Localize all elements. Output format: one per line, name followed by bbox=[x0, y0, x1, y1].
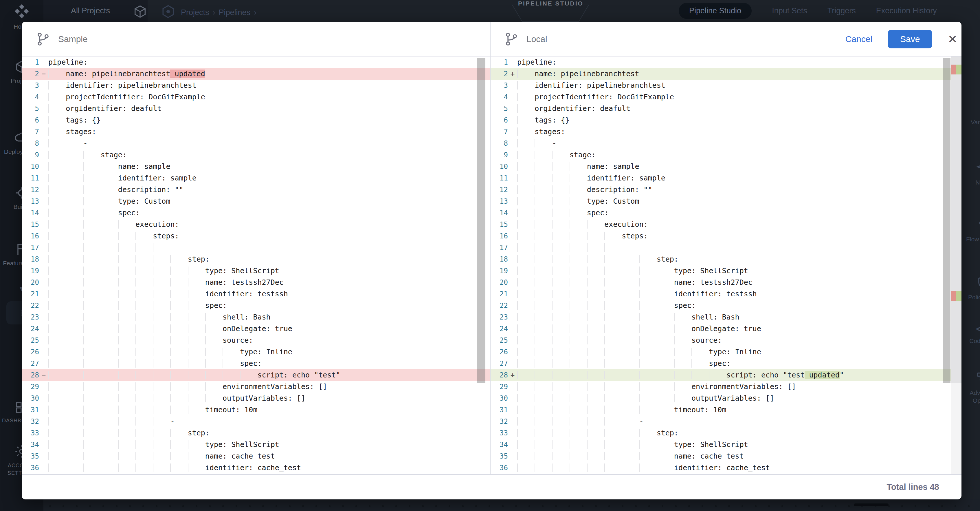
indent-guides bbox=[517, 324, 692, 333]
diff-marker bbox=[39, 91, 48, 103]
diff-marker bbox=[39, 56, 48, 68]
indent-guides bbox=[48, 313, 223, 321]
line-number: 7 bbox=[491, 126, 508, 137]
diff-marker bbox=[508, 196, 517, 207]
indent-guides bbox=[48, 394, 223, 402]
code-line: - bbox=[517, 137, 556, 149]
line-number: 29 bbox=[491, 381, 508, 393]
diff-marker bbox=[508, 161, 517, 172]
diff-row: 2+ name: pipelinebranchtest bbox=[491, 68, 961, 80]
indent-guides bbox=[48, 371, 257, 379]
indent-guides bbox=[517, 406, 674, 414]
diff-row: 1pipeline: bbox=[491, 56, 961, 68]
line-number: 9 bbox=[22, 149, 39, 161]
diff-marker bbox=[508, 254, 517, 265]
line-number: 14 bbox=[491, 207, 508, 219]
indent-guides bbox=[517, 382, 692, 391]
diff-marker bbox=[508, 450, 517, 462]
diff-marker bbox=[508, 439, 517, 450]
line-number: 19 bbox=[22, 265, 39, 277]
line-number: 9 bbox=[491, 149, 508, 161]
indent-guides bbox=[517, 452, 674, 460]
indent-guides bbox=[48, 278, 205, 286]
code-line: - bbox=[48, 137, 88, 149]
code-line: step: bbox=[517, 254, 678, 265]
indent-guides bbox=[517, 463, 674, 472]
line-number: 20 bbox=[22, 277, 39, 288]
indent-guides bbox=[517, 232, 622, 240]
code-line: environmentVariables: [] bbox=[517, 381, 796, 393]
code-line: projectIdentifier: DocGitExample bbox=[48, 91, 205, 103]
indent-guides bbox=[517, 394, 692, 402]
indent-guides bbox=[517, 278, 674, 286]
diff-marker bbox=[39, 358, 48, 369]
code-line: name: testssh27Dec bbox=[48, 277, 284, 288]
line-number: 11 bbox=[22, 172, 39, 184]
right-editor-scrollbar[interactable] bbox=[943, 57, 950, 383]
diff-marker bbox=[508, 230, 517, 242]
diff-marker bbox=[508, 265, 517, 277]
line-number: 14 bbox=[22, 207, 39, 219]
cancel-button[interactable]: Cancel bbox=[845, 34, 872, 44]
diff-marker bbox=[39, 416, 48, 427]
code-line: identifier: sample bbox=[48, 172, 197, 184]
code-line: name: cache test bbox=[48, 450, 275, 462]
diff-marker bbox=[508, 288, 517, 300]
diff-marker bbox=[508, 462, 517, 474]
indent-guides bbox=[517, 139, 552, 147]
git-branch-icon bbox=[36, 32, 51, 46]
code-line: outputVariables: [] bbox=[48, 393, 305, 404]
diff-marker bbox=[39, 172, 48, 184]
diff-marker bbox=[508, 404, 517, 416]
diff-marker bbox=[508, 137, 517, 149]
ruler-added-mark bbox=[956, 291, 961, 301]
save-button[interactable]: Save bbox=[888, 30, 932, 48]
line-number: 27 bbox=[491, 358, 508, 369]
line-number: 24 bbox=[22, 323, 39, 335]
diff-marker bbox=[39, 126, 48, 137]
indent-guides bbox=[517, 185, 587, 194]
line-number: 1 bbox=[491, 56, 508, 68]
word-diff-highlight: _updated bbox=[805, 371, 839, 379]
left-editor-scrollbar[interactable] bbox=[477, 57, 485, 383]
indent-guides bbox=[517, 313, 692, 321]
diff-row: 28+ script: echo "test_updated" bbox=[491, 369, 961, 381]
left-code-editor[interactable]: 1pipeline:2− name: pipelinebranchtest_up… bbox=[22, 56, 490, 474]
line-number: 6 bbox=[491, 115, 508, 126]
diff-marker bbox=[39, 242, 48, 254]
indent-guides bbox=[517, 197, 587, 205]
line-number: 22 bbox=[491, 300, 508, 311]
diff-marker bbox=[508, 311, 517, 323]
line-number: 20 bbox=[491, 277, 508, 288]
close-icon[interactable]: ✕ bbox=[948, 33, 958, 45]
diff-marker: − bbox=[39, 68, 48, 80]
code-line: timeout: 10m bbox=[517, 404, 726, 416]
right-code-editor[interactable]: 1pipeline:2+ name: pipelinebranchtest3 i… bbox=[491, 56, 961, 474]
indent-guides bbox=[48, 209, 118, 217]
indent-guides bbox=[517, 440, 674, 449]
modal-actions: Cancel Save ✕ bbox=[845, 22, 958, 56]
indent-guides bbox=[48, 255, 188, 263]
diff-marker bbox=[508, 115, 517, 126]
diff-row: 36 identifier: cache_test bbox=[22, 462, 490, 474]
diff-row: 20 name: testssh27Dec bbox=[22, 277, 490, 288]
indent-guides bbox=[48, 81, 66, 89]
code-line: orgIdentifier: deafult bbox=[48, 103, 162, 115]
line-number: 31 bbox=[22, 404, 39, 416]
diff-marker bbox=[508, 381, 517, 393]
line-number: 19 bbox=[491, 265, 508, 277]
code-line: type: Custom bbox=[48, 196, 170, 207]
line-number: 13 bbox=[491, 196, 508, 207]
indent-guides bbox=[517, 81, 535, 89]
code-line: name: pipelinebranchtest bbox=[517, 68, 639, 80]
diff-row: 21 identifier: testssh bbox=[22, 288, 490, 300]
diff-row: 14 spec: bbox=[491, 207, 961, 219]
line-number: 17 bbox=[491, 242, 508, 254]
diff-marker bbox=[39, 335, 48, 346]
code-line: pipeline: bbox=[48, 56, 88, 68]
diff-row: 15 execution: bbox=[491, 219, 961, 230]
diff-row: 7 stages: bbox=[491, 126, 961, 137]
diff-marker bbox=[508, 80, 517, 91]
total-lines-label: Total lines 48 bbox=[886, 482, 939, 492]
indent-guides bbox=[48, 70, 66, 78]
